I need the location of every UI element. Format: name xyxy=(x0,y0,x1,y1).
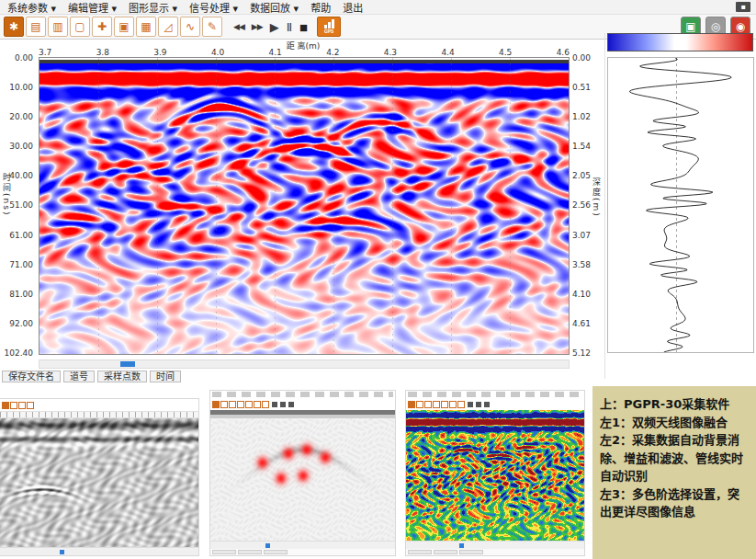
x-tick-4.0: 4.0 xyxy=(211,48,224,57)
thumb-toolbar-icon xyxy=(408,401,415,408)
colorbar xyxy=(607,33,753,51)
caption-line-3: 左2：采集数据自动背景消除、增益和滤波、管线实时自动识别 xyxy=(600,431,749,485)
y-left-tick-51.00: 51.00 xyxy=(9,200,33,210)
thumb-toolbar-icon xyxy=(262,401,269,408)
x-tick-4.2: 4.2 xyxy=(326,48,339,57)
menu-item-5[interactable]: 数据回放 ▾ xyxy=(250,0,299,15)
thumb2-toolbar xyxy=(210,398,395,410)
status-tab-2[interactable]: 道号 xyxy=(63,371,95,382)
menu-item-3[interactable]: 图形显示 ▾ xyxy=(129,0,177,15)
thumb3-toolbar xyxy=(406,398,584,410)
system-config-button[interactable]: ✱ xyxy=(4,17,24,37)
thumb-toolbar-icon xyxy=(27,402,34,409)
open-button[interactable]: ▢ xyxy=(70,17,90,37)
rewind-button[interactable]: ◀◀ xyxy=(231,17,246,37)
y-left-tick-30.00: 30.00 xyxy=(9,142,33,151)
thumb1-scroll-dot xyxy=(60,550,64,554)
x-tick-3.8: 3.8 xyxy=(96,48,109,57)
radargram-canvas[interactable] xyxy=(39,58,569,354)
thumb-toolbar-icon xyxy=(441,401,448,408)
measure-button[interactable]: ◿ xyxy=(158,17,178,37)
thumb-toolbar-icon xyxy=(212,401,220,408)
horizontal-scrollbar[interactable] xyxy=(39,359,570,369)
status-tab-1[interactable]: 保存文件名 xyxy=(2,371,61,382)
thumb-playback-icon xyxy=(468,402,473,407)
status-tab-3[interactable]: 采样点数 xyxy=(97,371,147,382)
thumb-toolbar-icon xyxy=(433,401,440,408)
thumb-toolbar-icon xyxy=(449,401,457,408)
scrollbar-thumb[interactable] xyxy=(120,361,135,367)
y-right-tick-0.00: 0.00 xyxy=(572,53,591,63)
y-right-tick-0.51: 0.51 xyxy=(572,83,591,92)
bottom-tabs: 保存文件名道号采样点数时间 xyxy=(2,371,181,382)
trace-plot-area xyxy=(607,57,754,353)
y-left-tick-20.00: 20.00 xyxy=(9,112,33,121)
fast-forward-button[interactable]: ▶▶ xyxy=(250,17,265,37)
y-right-tick-2.05: 2.05 xyxy=(572,171,591,180)
thumb-toolbar-icon xyxy=(416,401,423,408)
thumb-toolbar-icon xyxy=(10,402,17,409)
thumb3-menubar xyxy=(408,392,582,397)
y-left-tick-71.00: 71.00 xyxy=(9,260,33,269)
thumb-toolbar-icon xyxy=(229,401,236,408)
thumb-toolbar-icon xyxy=(220,401,228,408)
right-panel xyxy=(604,33,756,379)
edit-button[interactable]: ✎ xyxy=(202,17,222,37)
gps-signal-icon xyxy=(324,19,334,29)
caption-box: 上：PGPR-30采集软件左1：双频天线图像融合左2：采集数据自动背景消除、增益… xyxy=(592,386,756,559)
toolbar-tools: ✱▤▥▢✚▣▦◿∿✎ xyxy=(4,17,222,37)
menu-item-4[interactable]: 信号处理 ▾ xyxy=(189,0,238,15)
pause-button[interactable]: Ⅱ xyxy=(285,17,294,37)
y-left-tick-40.00: 40.00 xyxy=(9,171,33,180)
thumb-playback-icon xyxy=(272,402,277,407)
save-button[interactable]: ▤ xyxy=(26,17,46,37)
y-left-tick-81.00: 81.00 xyxy=(9,290,33,299)
app-window: 系统参数 ▾编辑管理 ▾图形显示 ▾信号处理 ▾数据回放 ▾帮助退出 ▪ ✱▤▥… xyxy=(0,0,756,559)
menu-item-2[interactable]: 编辑管理 ▾ xyxy=(68,0,117,15)
y-right-tick-3.58: 3.58 xyxy=(572,260,591,269)
display-mode-button[interactable]: ▣ xyxy=(114,17,134,37)
thumb-toolbar-icon xyxy=(18,402,26,409)
window-menu-button[interactable]: ▪ xyxy=(736,2,750,12)
thumbnail-auto-background-removal xyxy=(209,390,396,556)
thumb-toolbar-icon xyxy=(424,401,432,408)
menu-item-6[interactable]: 帮助 xyxy=(310,0,331,15)
thumb1-image xyxy=(0,418,198,547)
y-left-ticks: 0.0010.0020.0030.0040.0051.0061.0071.008… xyxy=(0,53,36,358)
status-tab-4[interactable]: 时间 xyxy=(150,371,181,382)
thumb-toolbar-icon xyxy=(457,401,465,408)
y-left-tick-10.00: 10.00 xyxy=(9,83,33,92)
thumb2-statusbar xyxy=(210,541,395,549)
radargram-panel: 距 离(m) 3.73.83.94.04.14.24.34.44.54.6 时间… xyxy=(0,40,603,382)
menu-bar: 系统参数 ▾编辑管理 ▾图形显示 ▾信号处理 ▾数据回放 ▾帮助退出 xyxy=(0,0,756,15)
marker-button[interactable]: ✚ xyxy=(92,17,112,37)
x-tick-4.5: 4.5 xyxy=(499,48,512,57)
thumb1-toolbar xyxy=(0,399,198,411)
thumb-toolbar-icon xyxy=(2,402,9,409)
thumb2-scroll-dot xyxy=(265,543,270,548)
menu-item-1[interactable]: 系统参数 ▾ xyxy=(7,0,56,15)
thumb3-tabs xyxy=(406,549,584,555)
thumb-toolbar-icon xyxy=(245,401,253,408)
x-tick-4.1: 4.1 xyxy=(269,48,282,57)
stop-button[interactable]: ■ xyxy=(298,17,310,37)
filter-curve-button[interactable]: ∿ xyxy=(180,17,200,37)
play-button[interactable]: ▶ xyxy=(268,17,281,37)
thumb2-image xyxy=(210,410,395,541)
thumb-playback-icon xyxy=(288,402,294,407)
y-right-tick-1.54: 1.54 xyxy=(572,142,591,151)
print-button[interactable]: ▥ xyxy=(48,17,68,37)
thumb2-menubar xyxy=(212,392,393,397)
menu-item-7[interactable]: 退出 xyxy=(343,0,363,15)
thumb3-statusbar xyxy=(406,541,584,549)
y-right-tick-1.02: 1.02 xyxy=(572,112,591,121)
y-left-tick-0.00: 0.00 xyxy=(15,53,33,63)
thumb-playback-icon xyxy=(484,402,490,407)
x-ticks: 3.73.83.94.04.14.24.34.44.54.6 xyxy=(39,48,570,57)
thumb-playback-icon xyxy=(476,402,481,407)
gps-button[interactable]: GPS xyxy=(317,17,341,37)
y-right-tick-2.56: 2.56 xyxy=(572,200,591,210)
caption-line-1: 上：PGPR-30采集软件 xyxy=(600,395,749,414)
x-tick-4.6: 4.6 xyxy=(557,48,570,57)
gain-button[interactable]: ▦ xyxy=(136,17,156,37)
